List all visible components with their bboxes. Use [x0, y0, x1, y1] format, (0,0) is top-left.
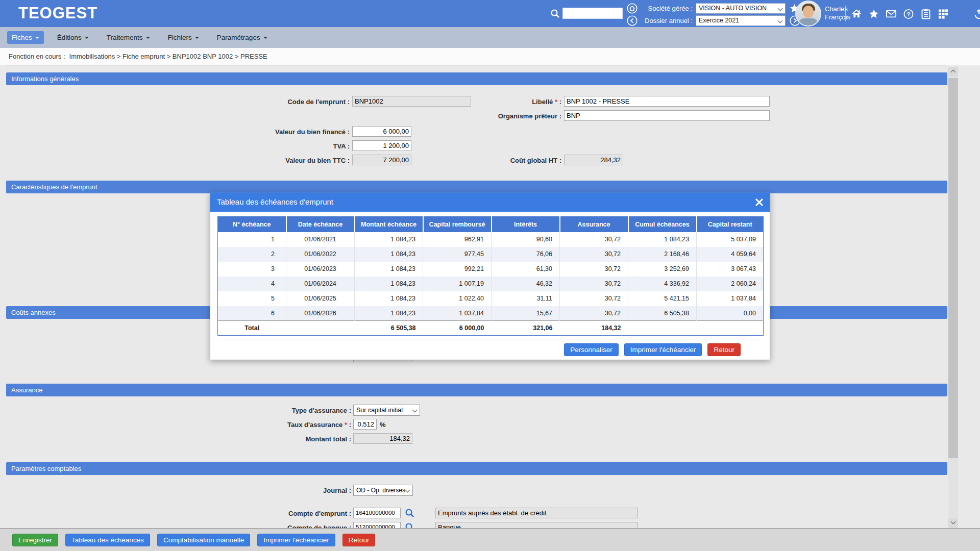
help-icon[interactable]: ? [903, 9, 914, 19]
mail-icon[interactable] [886, 9, 896, 19]
favorites-icon[interactable] [869, 9, 879, 19]
financed-value-field[interactable]: 6 000,00 [352, 126, 411, 137]
table-header-row: N° échéance Date échéance Montant échéan… [218, 217, 764, 232]
libelle-label: Libellé * : [408, 98, 561, 106]
insurance-total-label: Montant total : [198, 435, 351, 443]
section-assurance: Assurance [6, 384, 947, 396]
loan-account-label: Compte d'emprunt : [198, 510, 351, 517]
table-cell: 76,06 [492, 247, 560, 262]
chevron-down-icon [412, 408, 418, 413]
company-select[interactable]: VISION - AUTO VISION [696, 3, 786, 14]
menu-parametrages[interactable]: Paramétrages [212, 31, 272, 44]
home-icon[interactable] [851, 9, 862, 19]
table-cell: 61,30 [492, 262, 560, 277]
table-row[interactable]: 201/06/20221 084,23977,4576,0630,722 168… [218, 247, 764, 262]
breadcrumb-divider [6, 65, 947, 65]
loan-account-name-field: Emprunts auprès des établ. de crédit [435, 508, 638, 518]
retour-button[interactable]: Retour [707, 343, 741, 356]
main-menu: Fiches Éditions Traitements Fichiers Par… [0, 27, 980, 48]
total-assurance: 184,32 [560, 321, 628, 336]
scroll-down-button[interactable] [948, 518, 958, 528]
user-avatar[interactable] [795, 1, 821, 27]
insurance-rate-label: Taux d'assurance * : [198, 421, 351, 429]
table-cell: 6 505,38 [628, 306, 697, 321]
personnaliser-button[interactable]: Personnaliser [564, 343, 619, 356]
table-cell: 977,45 [423, 247, 492, 262]
modal-title: Tableau des échéances d'emprunt [210, 192, 770, 212]
vat-label: TVA : [197, 142, 350, 150]
table-cell: 0,00 [697, 306, 764, 321]
loan-code-label: Code de l'emprunt : [197, 98, 350, 106]
table-cell: 4 059,64 [697, 247, 764, 262]
scroll-up-button[interactable] [948, 67, 958, 77]
application-window: TEOGEST Société gérée : VISION - AUTO VI… [0, 0, 980, 551]
table-cell: 1 084,23 [355, 262, 423, 277]
ttc-value-field: 7 200,00 [352, 155, 411, 165]
vertical-scrollbar[interactable] [948, 67, 958, 528]
table-cell: 01/06/2023 [286, 262, 355, 277]
table-cell: 01/06/2024 [286, 277, 355, 291]
tableau-echeances-button[interactable]: Tableau des échéances [65, 534, 150, 546]
fiscal-year-label: Dossier annuel : [641, 17, 693, 24]
search-input[interactable] [562, 8, 623, 19]
home-circle-icon[interactable] [627, 3, 638, 14]
table-cell: 1 084,23 [355, 232, 423, 247]
col-header-assurance: Assurance [560, 217, 628, 232]
notes-icon[interactable] [921, 9, 931, 19]
insurance-rate-field[interactable]: 0,512 [353, 419, 377, 430]
table-row[interactable]: 501/06/20251 084,231 022,4031,1130,725 4… [218, 291, 764, 306]
scrollbar-thumb[interactable] [948, 78, 958, 458]
loan-schedule-modal: Tableau des échéances d'emprunt N° échéa… [210, 192, 770, 360]
header-divider [845, 6, 846, 21]
col-header-interets: Intérêts [492, 217, 560, 232]
table-cell: 30,72 [560, 262, 628, 277]
loan-account-field[interactable]: 164100000000 [353, 508, 401, 518]
account-search-icon[interactable] [405, 508, 414, 518]
insurance-rate-unit: % [380, 421, 395, 429]
table-cell: 01/06/2021 [286, 232, 355, 247]
menu-editions[interactable]: Éditions [53, 31, 93, 44]
lender-field[interactable]: BNP [564, 110, 770, 121]
insurance-type-select[interactable]: Sur capital initial [353, 405, 420, 416]
retour-footer-button[interactable]: Retour [342, 534, 376, 546]
power-icon[interactable] [974, 9, 980, 19]
imprimer-echeancier-footer-button[interactable]: Imprimer l'échéancier [257, 534, 335, 546]
fiscal-year-select[interactable]: Exercice 2021 [696, 15, 786, 26]
libelle-field[interactable]: BNP 1002 - PRESSE [564, 96, 770, 107]
col-header-capital-restant: Capital restant [697, 217, 764, 232]
caret-down-icon [263, 37, 267, 39]
apps-grid-icon[interactable] [938, 9, 948, 19]
section-parametres-comptables: Paramètres comptables [6, 462, 947, 475]
modal-divider [217, 339, 764, 339]
top-header: TEOGEST Société gérée : VISION - AUTO VI… [0, 0, 980, 27]
table-cell: 992,21 [423, 262, 492, 277]
table-row[interactable]: 601/06/20261 084,231 037,8415,6730,726 5… [218, 306, 764, 321]
total-interets: 321,06 [492, 321, 560, 336]
menu-fiches[interactable]: Fiches [7, 31, 44, 44]
imprimer-echeancier-button[interactable]: Imprimer l'échéancier [624, 343, 702, 356]
chevron-down-icon [405, 488, 410, 493]
journal-select[interactable]: OD - Op. diverses [353, 485, 413, 496]
vat-field[interactable]: 1 200,00 [352, 140, 411, 151]
menu-fichiers[interactable]: Fichiers [163, 31, 204, 44]
col-header-numero: N° échéance [218, 217, 286, 232]
breadcrumb-path: Immobilisations > Fiche emprunt > BNP100… [69, 53, 267, 60]
table-row[interactable]: 101/06/20211 084,23962,9190,6030,721 084… [218, 232, 764, 247]
total-capital: 6 000,00 [423, 321, 492, 336]
enregistrer-button[interactable]: Enregistrer [12, 534, 58, 546]
table-cell: 2 168,46 [628, 247, 697, 262]
chevron-down-icon [778, 18, 783, 23]
table-row[interactable]: 401/06/20241 084,231 007,1946,3230,724 3… [218, 277, 764, 291]
table-cell: 1 022,40 [423, 291, 492, 306]
menu-traitements[interactable]: Traitements [102, 31, 155, 44]
table-cell: 1 037,84 [423, 306, 492, 321]
table-row[interactable]: 301/06/20231 084,23992,2161,3030,723 252… [218, 262, 764, 277]
footer-action-bar: Enregistrer Tableau des échéances Compta… [0, 528, 980, 551]
table-cell: 31,11 [492, 291, 560, 306]
table-cell: 01/06/2022 [286, 247, 355, 262]
journal-label: Journal : [198, 487, 351, 494]
previous-year-icon[interactable] [627, 15, 638, 26]
close-icon[interactable] [755, 198, 764, 207]
caret-down-icon [146, 37, 150, 39]
comptabilisation-manuelle-button[interactable]: Comptabilisation manuelle [157, 534, 250, 546]
